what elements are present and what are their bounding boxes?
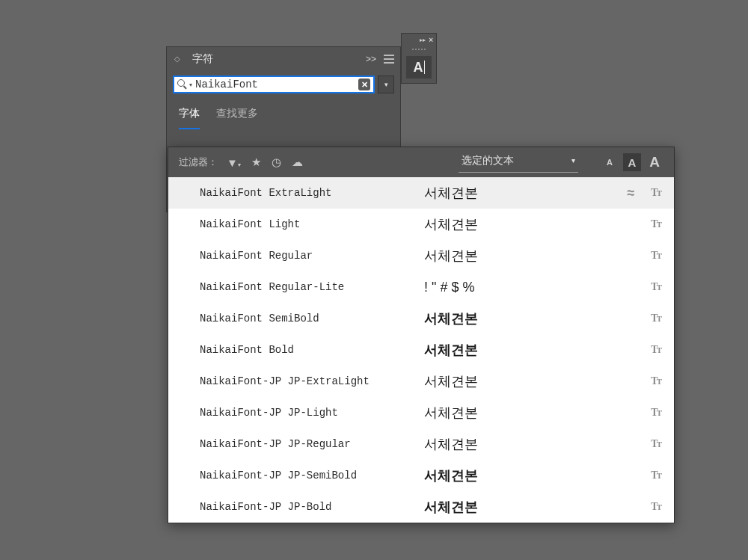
filter-label: 过滤器： [179, 156, 218, 169]
font-search-row: ▾ ✕ ▾ [167, 71, 400, 98]
font-name-label: NaikaiFont Regular [200, 250, 424, 262]
truetype-icon: TT [651, 501, 660, 513]
similarity-icon: ≈ [627, 185, 634, 201]
font-row[interactable]: NaikaiFont ExtraLight서체견본≈TT [168, 177, 674, 209]
grip-icon[interactable] [402, 46, 436, 53]
font-row[interactable]: NaikaiFont-JP JP-Bold서체견본TT [168, 491, 674, 523]
font-row[interactable]: NaikaiFont-JP JP-SemiBold서체견본TT [168, 460, 674, 491]
font-preview-text: 서체견본 [424, 341, 651, 359]
close-icon[interactable]: × [429, 36, 433, 44]
drag-handle-icon[interactable]: ◇ [174, 55, 180, 63]
cloud-sync-icon[interactable]: ☁ [292, 156, 303, 169]
font-subtabs: 字体 查找更多 [167, 98, 400, 129]
favorites-icon[interactable]: ★ [251, 156, 261, 169]
font-preview-text: 서체견본 [424, 467, 651, 484]
type-tool-button[interactable]: A [406, 56, 432, 79]
truetype-icon: TT [651, 313, 660, 324]
funnel-icon[interactable]: ▼▾ [227, 156, 241, 169]
clear-search-button[interactable]: ✕ [358, 79, 370, 90]
preview-size-small[interactable]: A [601, 153, 619, 171]
truetype-icon: TT [651, 344, 660, 356]
font-name-label: NaikaiFont SemiBold [200, 313, 424, 324]
type-tool-label: A [414, 60, 423, 76]
truetype-icon: TT [651, 375, 660, 387]
font-row[interactable]: NaikaiFont-JP JP-Light서체견본TT [168, 397, 674, 428]
font-name-label: NaikaiFont-JP JP-ExtraLight [200, 375, 424, 387]
font-tags: TT [651, 501, 660, 513]
font-preview-text: 서체견본 [424, 404, 651, 422]
collapse-button[interactable]: >> [366, 54, 376, 64]
font-row[interactable]: NaikaiFont Regular서체견본TT [168, 240, 674, 271]
tab-fonts[interactable]: 字体 [179, 107, 200, 129]
font-row[interactable]: NaikaiFont Regular-Lite! " # $ %TT [168, 271, 674, 303]
truetype-icon: TT [651, 218, 660, 230]
font-tags: TT [651, 407, 660, 419]
font-preview-text: ! " # $ % [424, 280, 651, 295]
font-preview-text: 서체견본 [424, 372, 651, 390]
font-name-label: NaikaiFont Bold [200, 344, 424, 356]
font-dropdown-toggle[interactable]: ▾ [378, 76, 394, 93]
panel-title[interactable]: 字符 [185, 49, 221, 69]
font-name-label: NaikaiFont-JP JP-Bold [200, 501, 424, 513]
font-row[interactable]: NaikaiFont SemiBold서체견본TT [168, 303, 674, 334]
truetype-icon: TT [651, 187, 660, 199]
recent-icon[interactable]: ◷ [272, 156, 281, 169]
collapse-icon[interactable]: ▸▸ [420, 37, 426, 43]
font-tags: TT [651, 313, 660, 324]
font-row[interactable]: NaikaiFont-JP JP-ExtraLight서체견본TT [168, 366, 674, 397]
font-name-label: NaikaiFont-JP JP-SemiBold [200, 470, 424, 481]
font-row[interactable]: NaikaiFont Bold서체견본TT [168, 334, 674, 366]
font-tags: ≈TT [627, 185, 660, 201]
font-preview-text: 서체견본 [424, 215, 651, 233]
font-row[interactable]: NaikaiFont-JP JP-Regular서체견본TT [168, 428, 674, 460]
truetype-icon: TT [651, 470, 660, 481]
font-tags: TT [651, 281, 660, 293]
preview-mode-select[interactable]: 选定的文本 ▾ [459, 153, 578, 173]
tool-dock-header: ▸▸ × [402, 34, 436, 46]
font-list: NaikaiFont ExtraLight서체견본≈TTNaikaiFont L… [168, 177, 674, 523]
font-flyout: 过滤器： ▼▾ ★ ◷ ☁ 选定的文本 ▾ A A A NaikaiFont E… [168, 147, 675, 523]
tool-dock: ▸▸ × A [401, 33, 437, 84]
font-row[interactable]: NaikaiFont Light서체견본TT [168, 209, 674, 240]
preview-size-large[interactable]: A [646, 153, 663, 171]
truetype-icon: TT [651, 407, 660, 419]
search-icon [177, 79, 188, 90]
truetype-icon: TT [651, 438, 660, 450]
panel-tabbar: ◇ 字符 >> [167, 47, 400, 71]
font-tags: TT [651, 250, 660, 262]
font-search-box[interactable]: ▾ ✕ [173, 76, 375, 93]
font-preview-text: 서체견본 [424, 184, 627, 202]
truetype-icon: TT [651, 250, 660, 262]
panel-menu-icon[interactable] [384, 55, 394, 64]
font-tags: TT [651, 438, 660, 450]
font-preview-text: 서체견본 [424, 247, 651, 265]
font-tags: TT [651, 344, 660, 356]
font-tags: TT [651, 470, 660, 481]
search-mode-dropdown-icon[interactable]: ▾ [189, 81, 192, 88]
font-preview-text: 서체견본 [424, 498, 651, 516]
font-preview-text: 서체견본 [424, 310, 651, 327]
font-name-label: NaikaiFont Regular-Lite [200, 281, 424, 293]
filter-bar: 过滤器： ▼▾ ★ ◷ ☁ 选定的文本 ▾ A A A [168, 147, 674, 177]
font-name-label: NaikaiFont Light [200, 218, 424, 230]
font-tags: TT [651, 218, 660, 230]
chevron-down-icon: ▾ [571, 156, 575, 164]
preview-mode-label: 选定的文本 [462, 154, 514, 167]
font-name-label: NaikaiFont-JP JP-Regular [200, 438, 424, 450]
preview-size-medium[interactable]: A [623, 153, 641, 171]
font-name-label: NaikaiFont ExtraLight [200, 187, 424, 199]
truetype-icon: TT [651, 281, 660, 293]
preview-size-buttons: A A A [601, 153, 663, 171]
tab-find-more[interactable]: 查找更多 [216, 107, 258, 129]
font-tags: TT [651, 375, 660, 387]
font-name-label: NaikaiFont-JP JP-Light [200, 407, 424, 419]
font-preview-text: 서체견본 [424, 435, 651, 453]
font-search-input[interactable] [195, 79, 358, 90]
